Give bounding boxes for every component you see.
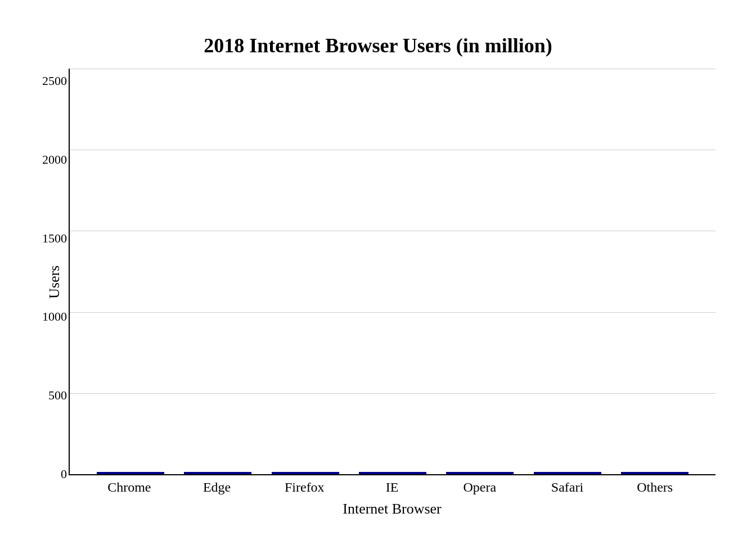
y-tick-label: 2500 [30, 75, 67, 87]
bar-group [262, 472, 349, 474]
bar-group [611, 472, 699, 474]
chart-area: Users 05001000150020002500 ChromeEdgeFir… [40, 69, 716, 518]
x-label: Others [611, 480, 699, 495]
x-label: Edge [173, 480, 261, 495]
bar [446, 472, 514, 474]
bar [621, 472, 688, 474]
x-label: IE [348, 480, 436, 495]
bar [534, 472, 601, 474]
x-label: Chrome [86, 480, 173, 495]
bars-container [70, 69, 716, 474]
grid-and-bars: 05001000150020002500 [69, 69, 716, 475]
y-tick-label: 0 [30, 468, 67, 480]
bar [272, 472, 339, 474]
bar [97, 472, 164, 474]
bar-group [524, 472, 611, 474]
bar-group [436, 472, 524, 474]
x-axis-label: Internet Browser [69, 501, 716, 518]
y-tick-label: 1000 [30, 310, 67, 323]
chart-title: 2018 Internet Browser Users (in million) [204, 34, 552, 57]
bar-group [349, 472, 436, 474]
y-tick-label: 500 [30, 389, 67, 402]
x-label: Opera [436, 480, 524, 495]
y-tick-labels: 05001000150020002500 [30, 69, 67, 474]
x-labels: ChromeEdgeFirefoxIEOperaSafariOthers [69, 480, 716, 495]
plot-area: 05001000150020002500 ChromeEdgeFirefoxIE… [69, 69, 716, 518]
x-label: Safari [524, 480, 611, 495]
y-tick-label: 1500 [30, 232, 67, 245]
bar-group [87, 472, 174, 474]
x-label: Firefox [260, 480, 348, 495]
bar [184, 472, 251, 474]
chart-container: 2018 Internet Browser Users (in million)… [40, 22, 716, 518]
y-tick-label: 2000 [30, 154, 67, 166]
bar-group [174, 472, 261, 474]
bar [359, 472, 426, 474]
